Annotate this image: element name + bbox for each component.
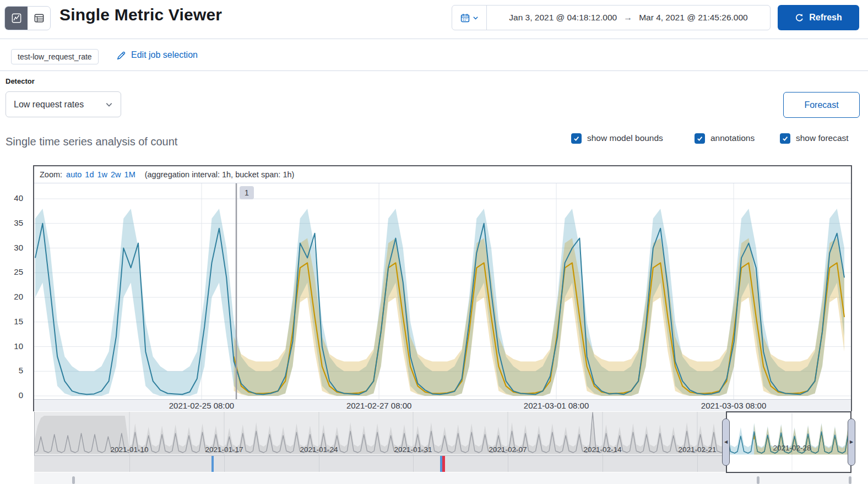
metric-chart-icon: [12, 13, 21, 23]
right-arrow-icon: →: [623, 13, 632, 23]
y-axis-label: 30: [1, 243, 23, 252]
y-axis-label: 20: [1, 292, 23, 301]
annotations-lane[interactable]: [34, 472, 851, 484]
context-x-label: 2021-01-31: [394, 445, 432, 454]
swimlane-gridline: [508, 456, 508, 472]
anomaly-explorer-tab[interactable]: [28, 7, 50, 30]
annotation-badge[interactable]: 1: [240, 186, 254, 199]
y-axis-label: 0: [1, 390, 23, 400]
context-x-label: 2021-02-14: [583, 445, 621, 454]
show-forecast-checkbox-item: show forecast: [780, 132, 849, 144]
zoom-option-1d[interactable]: 1d: [85, 170, 94, 179]
aggregation-note: (aggregation interval: 1h, bucket span: …: [145, 170, 295, 179]
swimlane-gridline: [224, 456, 225, 472]
context-x-label: 2021-01-24: [300, 445, 338, 454]
checkbox-label[interactable]: show model bounds: [587, 133, 663, 143]
context-x-label: 2021-01-17: [205, 445, 243, 454]
main-chart-x-axis: 2021-02-25 08:002021-02-27 08:002021-03-…: [34, 399, 851, 411]
chevron-down-icon: [105, 101, 113, 108]
detector-selected-value: Low request rates: [14, 100, 84, 110]
show-model-bounds-checkbox-item: show model bounds: [571, 132, 663, 144]
y-axis-label: 35: [1, 218, 23, 227]
brush-selection-svg: [727, 413, 850, 471]
view-toggle-group: [4, 6, 51, 30]
edit-job-selection-link[interactable]: Edit job selection: [117, 50, 198, 60]
single-metric-viewer-tab[interactable]: [5, 7, 28, 30]
single-metric-viewer-page: Single Metric Viewer Jan 3, 2021 @ 04:18…: [0, 0, 868, 484]
context-x-label: 2021-02-07: [489, 445, 527, 454]
y-axis-label: 5: [1, 366, 23, 375]
y-axis-label: 25: [1, 267, 23, 276]
chart-zoom-row: Zoom: auto1d1w2w1M (aggregation interval…: [34, 166, 851, 183]
pencil-icon: [117, 51, 126, 60]
refresh-label: Refresh: [809, 13, 842, 23]
y-axis-label: 40: [1, 193, 23, 203]
checkbox-label[interactable]: annotations: [710, 133, 755, 143]
forecast-button[interactable]: Forecast: [783, 92, 860, 118]
brush-right-handle[interactable]: ▶: [848, 418, 855, 466]
annotations-checkbox-item: annotations: [695, 132, 755, 144]
zoom-option-1w[interactable]: 1w: [97, 170, 107, 179]
swimlane-gridline: [603, 456, 603, 472]
swimlane-gridline: [129, 456, 130, 472]
zoom-option-2w[interactable]: 2w: [111, 170, 121, 179]
quick-select-menu[interactable]: [452, 6, 487, 30]
zoom-options: auto1d1w2w1M: [66, 170, 135, 179]
calendar-icon: [460, 13, 470, 23]
show-forecast-checkbox[interactable]: [780, 133, 790, 144]
context-x-label: 2021-01-10: [111, 445, 149, 454]
time-range-picker: Jan 3, 2021 @ 04:18:12.000 → Mar 4, 2021…: [452, 5, 771, 30]
page-title: Single Metric Viewer: [59, 6, 222, 24]
chevron-down-icon: [473, 15, 479, 21]
swimlane-gridline: [413, 456, 414, 472]
time-range-end[interactable]: Mar 4, 2021 @ 21:45:26.000: [639, 13, 748, 23]
zoom-option-1M[interactable]: 1M: [124, 170, 135, 179]
anomaly-marker-warning[interactable]: [440, 456, 442, 472]
x-axis-label: 2021-02-27 08:00: [346, 401, 411, 410]
brush-left-handle[interactable]: ◀: [722, 418, 730, 466]
detector-label: Detector: [6, 77, 35, 85]
annotation-lane-marker[interactable]: [849, 476, 851, 484]
job-badge[interactable]: test-low_request_rate: [11, 49, 99, 64]
caret-right-icon: ▶: [850, 440, 853, 444]
time-range-display[interactable]: Jan 3, 2021 @ 04:18:12.000 → Mar 4, 2021…: [487, 6, 770, 30]
swimlane-gridline: [319, 456, 319, 472]
edit-job-selection-label: Edit job selection: [131, 50, 198, 60]
annotations-checkbox[interactable]: [695, 133, 705, 144]
y-axis: 0510152025303540: [0, 183, 28, 399]
y-axis-label: 10: [1, 341, 23, 351]
main-chart-card: Zoom: auto1d1w2w1M (aggregation interval…: [33, 165, 852, 411]
time-selection-brush[interactable]: 2021-02-28: [726, 411, 851, 473]
zoom-label: Zoom:: [40, 170, 62, 179]
refresh-button[interactable]: Refresh: [778, 5, 859, 30]
main-chart-plot[interactable]: 1: [34, 183, 851, 399]
checkbox-label[interactable]: show forecast: [796, 133, 849, 143]
annotation-lane-marker[interactable]: [72, 476, 75, 484]
x-axis-label: 2021-03-01 08:00: [524, 401, 589, 410]
anomaly-marker-warning[interactable]: [211, 456, 214, 472]
annotation-lane-marker[interactable]: [757, 476, 760, 484]
main-chart-svg: [34, 183, 851, 399]
anomaly-grid-icon: [34, 13, 44, 23]
swimlane-gridline: [697, 456, 698, 472]
refresh-icon: [795, 13, 804, 23]
header-divider: [0, 39, 868, 39]
section-divider: [0, 70, 868, 71]
x-axis-label: 2021-03-03 08:00: [701, 401, 766, 410]
context-x-label: 2021-02-21: [678, 445, 716, 454]
caret-left-icon: ◀: [724, 440, 728, 444]
time-range-start[interactable]: Jan 3, 2021 @ 04:18:12.000: [509, 13, 617, 23]
zoom-option-auto[interactable]: auto: [66, 170, 82, 179]
anomaly-marker-critical[interactable]: [442, 456, 445, 472]
detector-select[interactable]: Low request rates: [6, 91, 121, 117]
brush-x-label: 2021-02-28: [773, 444, 811, 452]
x-axis-label: 2021-02-25 08:00: [169, 401, 234, 410]
series-heading: Single time series analysis of count: [6, 135, 177, 148]
show-model-bounds-checkbox[interactable]: [571, 133, 582, 144]
y-axis-label: 15: [1, 317, 23, 326]
